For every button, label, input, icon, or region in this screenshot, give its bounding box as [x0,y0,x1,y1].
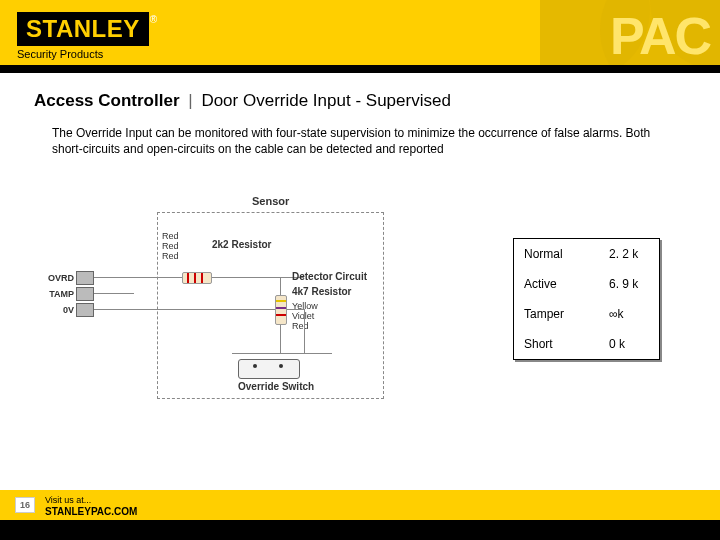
r22-bands: Red Red Red [162,231,179,261]
circuit-diagram: Sensor OVRD TAMP 0V Red Red Red 2k2 Resi… [2,195,402,415]
slide-number: 16 [15,497,35,513]
header-banner: STANLEY® Security Products PAC [0,0,720,73]
slide-title: Access Controller | Door Override Input … [34,91,686,111]
brand-reg: ® [150,14,157,25]
title-rest: Door Override Input - Supervised [201,91,450,110]
resistor-4k7 [275,295,287,325]
state-val: 6. 9 k [609,277,649,291]
brand-right: PAC [610,6,710,66]
state-name: Tamper [524,307,609,321]
content-area: Access Controller | Door Override Input … [0,73,720,157]
switch-label: Override Switch [238,381,314,392]
state-table: Normal 2. 2 k Active 6. 9 k Tamper ∞k Sh… [513,238,660,360]
detector-label: Detector Circuit [292,271,367,282]
override-switch [238,359,300,379]
r47-name: 4k7 Resistor [292,286,351,297]
visit-us: Visit us at... STANLEYPAC.COM [45,495,137,517]
terminal-block: OVRD TAMP 0V [42,270,94,318]
terminal-0v: 0V [42,305,74,315]
terminal-tamp: TAMP [42,289,74,299]
state-val: ∞k [609,307,649,321]
state-val: 0 k [609,337,649,351]
stanley-logo: STANLEY® Security Products [17,12,157,60]
table-row: Tamper ∞k [514,299,659,329]
pac-logo: PAC [540,0,720,73]
title-sep: | [188,91,192,110]
body-text: The Override Input can be monitored with… [52,125,676,157]
sensor-label: Sensor [252,195,289,207]
terminal-ovrd: OVRD [42,273,74,283]
resistor-2k2 [182,272,212,284]
table-row: Active 6. 9 k [514,269,659,299]
r22-name: 2k2 Resistor [212,239,271,250]
state-name: Short [524,337,609,351]
state-val: 2. 2 k [609,247,649,261]
brand-sub: Security Products [17,48,157,60]
visit-url: STANLEYPAC.COM [45,506,137,517]
state-name: Normal [524,247,609,261]
brand-main: STANLEY [17,12,149,46]
state-name: Active [524,277,609,291]
table-row: Short 0 k [514,329,659,359]
footer: 16 Visit us at... STANLEYPAC.COM [0,490,720,540]
title-bold: Access Controller [34,91,180,110]
table-row: Normal 2. 2 k [514,239,659,269]
